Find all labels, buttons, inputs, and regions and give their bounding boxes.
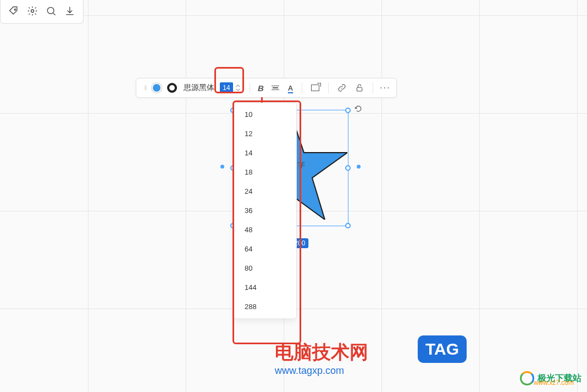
- font-size-option[interactable]: 48: [234, 220, 296, 239]
- search-icon[interactable]: [46, 5, 57, 16]
- watermark-tag: TAG: [418, 335, 467, 363]
- font-size-option[interactable]: 144: [234, 278, 296, 297]
- separator: [373, 82, 373, 93]
- tag-icon[interactable]: [8, 5, 19, 16]
- drag-grip-icon[interactable]: ⁞⁞: [142, 79, 148, 97]
- font-size-dropdown: 10 12 14 18 24 36 48 64 80 144 288: [233, 102, 297, 319]
- watermark-site2: 极光下载站 www.xz7.com: [520, 371, 582, 385]
- link-icon[interactable]: [337, 83, 346, 92]
- svg-point-2: [47, 7, 54, 14]
- separator: [250, 82, 250, 93]
- watermark-url: www.xz7.com: [534, 379, 574, 387]
- stroke-color-swatch[interactable]: [167, 83, 177, 93]
- watermark-text: 电脑技术网: [275, 340, 368, 365]
- text-color-button[interactable]: A: [288, 79, 293, 97]
- font-size-stepper[interactable]: [235, 79, 241, 97]
- download-icon[interactable]: [64, 5, 75, 16]
- resize-handle-tr[interactable]: [345, 108, 351, 113]
- svg-point-0: [14, 9, 16, 10]
- resize-handle-br[interactable]: [345, 223, 351, 228]
- font-size-option[interactable]: 24: [234, 182, 296, 201]
- font-size-option[interactable]: 36: [234, 201, 296, 220]
- watermark-url: www.tagxp.com: [275, 365, 368, 377]
- gear-icon[interactable]: [27, 5, 38, 16]
- context-toolbar: ⁞⁞ 思源黑体 14 B A ···: [136, 78, 397, 98]
- svg-point-1: [31, 10, 34, 13]
- bold-button[interactable]: B: [258, 79, 264, 97]
- resize-handle-r[interactable]: [345, 165, 351, 171]
- svg-rect-3: [357, 87, 362, 91]
- font-size-option[interactable]: 80: [234, 259, 296, 278]
- more-button[interactable]: ···: [380, 79, 390, 97]
- font-size-option[interactable]: 64: [234, 239, 296, 259]
- annotation-connector: [261, 97, 263, 103]
- font-size-option[interactable]: 288: [234, 297, 296, 316]
- guide-dot: [220, 165, 224, 169]
- font-size-option[interactable]: 10: [234, 105, 296, 124]
- separator: [328, 82, 329, 93]
- top-toolbar: [0, 0, 84, 24]
- font-size-option[interactable]: 18: [234, 163, 296, 182]
- guide-dot: [357, 165, 361, 169]
- watermark-site1: 电脑技术网 www.tagxp.com TAG: [275, 340, 368, 377]
- font-size-input[interactable]: 14: [220, 82, 233, 93]
- rotate-handle[interactable]: [354, 104, 363, 113]
- reset-size-button[interactable]: [311, 85, 319, 91]
- font-family-select[interactable]: 思源黑体: [184, 79, 214, 97]
- align-button[interactable]: [272, 79, 279, 97]
- fill-color-swatch[interactable]: [152, 83, 162, 93]
- swirl-icon: [520, 371, 534, 385]
- font-size-option[interactable]: 12: [234, 124, 296, 143]
- separator: [302, 82, 302, 93]
- lock-icon[interactable]: [355, 83, 364, 92]
- font-size-option[interactable]: 14: [234, 143, 296, 163]
